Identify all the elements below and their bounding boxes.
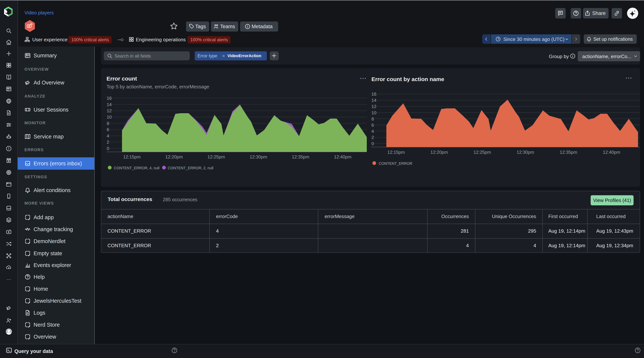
svg-text:12:15pm: 12:15pm — [387, 150, 405, 155]
svg-text:12:35pm: 12:35pm — [292, 154, 309, 159]
svg-text:16: 16 — [372, 92, 376, 97]
svg-text:6: 6 — [372, 123, 374, 128]
svg-text:12:30pm: 12:30pm — [516, 150, 534, 155]
svg-text:12:35pm: 12:35pm — [560, 150, 577, 155]
svg-text:4: 4 — [107, 133, 109, 138]
svg-text:12:25pm: 12:25pm — [208, 154, 225, 159]
svg-text:12: 12 — [107, 108, 112, 113]
svg-text:12:40pm: 12:40pm — [603, 150, 620, 155]
svg-text:8: 8 — [107, 121, 109, 126]
svg-text:12:15pm: 12:15pm — [123, 154, 140, 159]
svg-text:12:20pm: 12:20pm — [165, 154, 183, 159]
svg-text:2: 2 — [107, 140, 109, 145]
svg-text:10: 10 — [107, 115, 112, 120]
svg-text:6: 6 — [107, 127, 109, 132]
svg-text:14: 14 — [107, 102, 112, 107]
svg-text:10: 10 — [372, 110, 376, 115]
svg-text:0: 0 — [107, 146, 109, 151]
svg-text:8: 8 — [372, 116, 374, 121]
svg-text:12:25pm: 12:25pm — [474, 150, 491, 155]
svg-text:16: 16 — [107, 96, 112, 101]
svg-text:4: 4 — [372, 129, 374, 134]
svg-text:2: 2 — [372, 135, 374, 140]
svg-text:12:30pm: 12:30pm — [250, 154, 267, 159]
svg-text:0: 0 — [372, 141, 374, 146]
svg-text:12: 12 — [372, 104, 376, 109]
svg-text:14: 14 — [372, 98, 376, 103]
svg-text:12:40pm: 12:40pm — [334, 154, 351, 159]
svg-text:12:20pm: 12:20pm — [430, 150, 448, 155]
